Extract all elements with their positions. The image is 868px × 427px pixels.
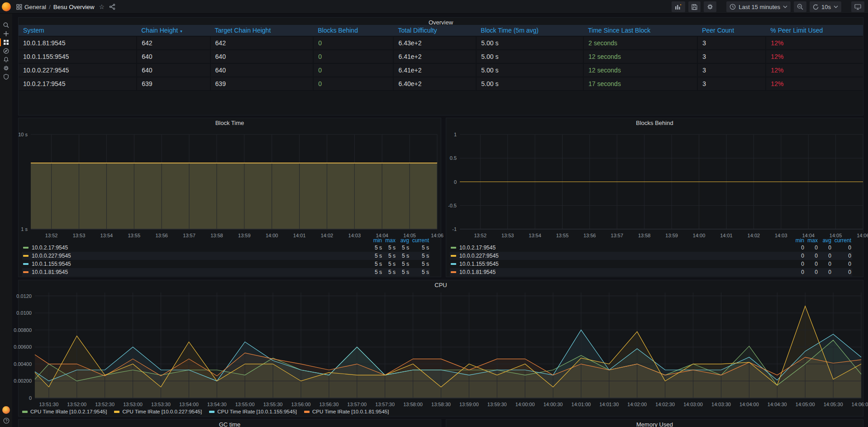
x-axis-label: 13:55:30 [263,402,283,407]
cpu-chart[interactable] [35,293,861,398]
legend-row[interactable]: 10.0.1.81:95455 s5 s5 s5 s [22,268,430,276]
gear-icon [3,65,9,71]
legend-stat-value: 0 [831,253,851,259]
kiosk-mode-button[interactable] [851,1,864,12]
refresh-button[interactable]: 10s [810,1,841,12]
legend-stat-header[interactable]: current [831,237,851,244]
y-axis-label: 0.0100 [16,310,32,316]
legend-stat-header[interactable]: max [804,237,818,244]
sidebar-item-alerting[interactable] [0,55,12,64]
y-axis-label: 0.00800 [14,327,32,333]
legend-item[interactable]: CPU Time IRate [10.0.1.81:9545] [304,409,389,414]
legend-row[interactable]: 10.0.2.17:95455 s5 s5 s5 s [22,244,430,252]
legend-row[interactable]: 10.0.1.155:95450000 [450,260,852,268]
legend-stat-header[interactable]: avg [818,237,831,244]
legend-stat-value: 5 s [368,245,382,251]
avatar [2,406,10,414]
legend-item[interactable]: CPU Time IRate [10.0.0.227:9545] [114,409,202,414]
dashboard-settings-button[interactable] [704,1,716,12]
x-axis-label: 13:52:00 [67,402,86,407]
legend-stat-header[interactable]: min [368,237,382,244]
legend-row[interactable]: 10.0.1.155:95455 s5 s5 s5 s [22,260,430,268]
add-panel-icon [675,4,682,10]
column-header[interactable]: System [19,25,137,36]
zoom-out-button[interactable] [794,1,806,12]
column-header[interactable]: % Peer Limit Used [766,25,863,36]
grafana-logo[interactable] [2,2,11,11]
column-header[interactable]: Peer Count [697,25,766,36]
grafana-flame-icon [2,2,11,11]
star-icon[interactable]: ☆ [99,0,105,14]
legend-item[interactable]: CPU Time IRate [10.0.1.155:9545] [209,409,297,414]
sort-caret-icon: ▾ [180,29,182,34]
x-axis-label: 13:58:30 [431,402,451,407]
time-range-picker[interactable]: Last 15 minutes [726,1,791,12]
panel-title-block-time[interactable]: Block Time [19,120,441,126]
column-header[interactable]: Blocks Behind [313,25,393,36]
legend-stat-value: 5 s [409,245,429,251]
table-cell: 2 seconds [583,36,697,50]
panel-title-gc-time[interactable]: GC time [19,421,441,427]
legend-stat-value: 0 [804,253,818,259]
cpu-plot[interactable]: 0.01200.01000.008000.006000.004000.00200… [35,293,861,398]
add-panel-button[interactable] [672,1,685,12]
column-header[interactable]: Target Chain Height [210,25,314,36]
dashboard-title[interactable]: Besu Overview [53,4,95,10]
sidebar-item-explore[interactable] [0,47,12,55]
share-icon[interactable] [109,4,115,10]
legend-row[interactable]: 10.0.0.227:95455 s5 s5 s5 s [22,252,430,260]
panel-title-cpu[interactable]: CPU [19,282,863,288]
panel-title-blocks-behind[interactable]: Blocks Behind [446,120,863,126]
y-axis-label: 0.00400 [14,361,32,367]
sidebar-item-help[interactable] [0,415,12,426]
legend-row[interactable]: 10.0.0.227:95450000 [450,252,852,260]
compass-icon [3,48,9,54]
legend-row[interactable]: 10.0.1.81:95450000 [450,268,852,276]
table-cell: 640 [137,63,210,77]
panel-title-memory-used[interactable]: Memory Used [446,421,863,427]
save-dashboard-button[interactable] [688,1,701,12]
blocks-behind-chart[interactable] [460,134,863,229]
x-axis-label: 13:56:00 [291,402,311,407]
column-header[interactable]: Time Since Last Block [583,25,697,36]
column-header[interactable]: Total Difficulty [393,25,476,36]
series-name: CPU Time IRate [10.0.1.81:9545] [312,409,389,414]
legend-stat-value: 5 s [396,245,409,251]
breadcrumb-section[interactable]: General [24,4,46,10]
x-axis-label: 14:03:00 [683,402,703,407]
x-axis-label: 13:57:00 [347,402,367,407]
column-header[interactable]: Block Time (5m avg) [476,25,583,36]
chevron-down-icon [834,5,838,8]
legend-stat-header[interactable]: min [791,237,804,244]
x-axis-label: 13:54:30 [207,402,227,407]
legend-stat-header[interactable]: avg [396,237,409,244]
table-cell: 5.00 s [476,36,583,50]
legend-stat-value: 5 s [368,261,382,267]
block-time-plot[interactable]: 10 s1 s13:5213:5313:5413:5513:5613:5713:… [31,134,437,229]
sidebar-item-search[interactable] [0,21,12,29]
y-axis-label: 0.0120 [16,293,32,299]
blocks-behind-plot[interactable]: 10.50-0.5-113:5213:5313:5413:5513:5613:5… [460,134,863,229]
table-cell: 0 [313,50,393,63]
clock-icon [730,4,736,10]
legend-stat-header[interactable]: current [409,237,429,244]
block-time-chart[interactable] [31,134,437,229]
legend-stat-header[interactable]: max [382,237,396,244]
legend-row[interactable]: 10.0.2.17:95450000 [450,244,852,252]
table-cell: 17 seconds [583,77,697,91]
legend-stat-value: 5 s [396,253,409,259]
legend-item[interactable]: CPU Time IRate [10.0.2.17:9545] [22,409,107,414]
table-cell: 12 seconds [583,63,697,77]
sidebar-user-avatar[interactable] [0,404,12,415]
breadcrumb-separator: / [49,4,51,10]
column-header[interactable]: Chain Height▾ [137,25,210,36]
legend-stat-value: 0 [818,269,831,275]
sidebar-item-dashboards[interactable] [0,38,12,47]
dashboard-grid-icon[interactable] [16,4,22,10]
refresh-icon [813,4,819,10]
sidebar-item-server-admin[interactable] [0,72,12,81]
panel-title-overview[interactable]: Overview [19,19,863,26]
sidebar-item-create[interactable] [0,29,12,38]
sidebar-item-configuration[interactable] [0,64,12,72]
table-cell: 642 [210,36,314,50]
